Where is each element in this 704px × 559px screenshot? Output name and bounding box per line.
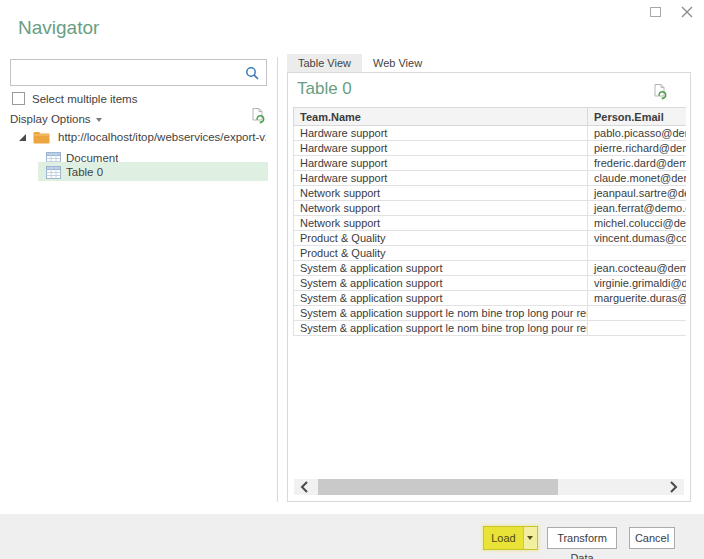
table-row: System & application supportvirginie.gri… — [294, 276, 687, 291]
search-box — [10, 59, 267, 86]
tree-item-label: Table 0 — [66, 166, 103, 178]
table-cell: jean.cocteau@demo. — [588, 261, 687, 276]
transform-data-button[interactable]: Transform Data — [547, 527, 617, 549]
table-row: Network supportmichel.colucci@demo — [294, 216, 687, 231]
select-multiple-checkbox[interactable] — [12, 92, 25, 105]
table-cell: Hardware support — [294, 156, 588, 171]
table-cell: Network support — [294, 186, 588, 201]
table-cell: Product & Quality — [294, 231, 588, 246]
column-header-team-name[interactable]: Team.Name — [294, 108, 588, 126]
preview-table-wrap: Team.Name Person.Email Hardware supportp… — [293, 107, 686, 347]
preview-table: Team.Name Person.Email Hardware supportp… — [293, 107, 686, 336]
table-cell: System & application support — [294, 276, 588, 291]
pane-divider — [277, 57, 278, 502]
search-input[interactable] — [15, 62, 241, 83]
chevron-down-icon — [96, 118, 102, 122]
table-row: Hardware supportpablo.picasso@demo — [294, 126, 687, 141]
table-cell: System & application support — [294, 291, 588, 306]
preview-panel: Table 0 Team.Name Person.Email Hardware … — [287, 72, 691, 502]
close-icon[interactable] — [679, 4, 695, 20]
chevron-down-icon — [527, 536, 533, 540]
table-cell: michel.colucci@demo — [588, 216, 687, 231]
table-cell: System & application support le nom bine… — [294, 306, 588, 321]
horizontal-scrollbar[interactable] — [294, 479, 684, 495]
select-multiple-label: Select multiple items — [32, 93, 137, 105]
preview-tabs: Table View Web View — [287, 54, 433, 73]
load-button[interactable]: Load — [484, 527, 523, 549]
refresh-preview-icon[interactable] — [652, 83, 668, 104]
table-row: Hardware supportclaude.monet@demo — [294, 171, 687, 186]
table-cell: vincent.dumas@com — [588, 231, 687, 246]
table-cell: jeanpaul.sartre@dem — [588, 186, 687, 201]
table-cell: Network support — [294, 201, 588, 216]
table-cell: Network support — [294, 216, 588, 231]
table-cell: Hardware support — [294, 126, 588, 141]
tree-expander-icon[interactable] — [18, 133, 27, 142]
table-row: System & application support le nom bine… — [294, 306, 687, 321]
table-row: Product & Qualityvincent.dumas@com — [294, 231, 687, 246]
table-cell: frederic.dard@demo. — [588, 156, 687, 171]
scroll-left-icon[interactable] — [298, 480, 312, 494]
tree-item-source-url[interactable]: http://localhost/itop/webservices/export… — [0, 128, 268, 147]
table-row: Hardware supportfrederic.dard@demo. — [294, 156, 687, 171]
refresh-icon[interactable] — [250, 107, 266, 128]
table-row: System & application support le nom bine… — [294, 321, 687, 336]
table-cell: pierre.richard@demo — [588, 141, 687, 156]
table-cell — [588, 321, 687, 336]
tab-table-view[interactable]: Table View — [287, 54, 362, 73]
tree-item-label: http://localhost/itop/webservices/export… — [58, 131, 266, 143]
load-split-button[interactable]: Load — [483, 526, 538, 550]
footer-bar: Load Transform Data Cancel — [0, 514, 704, 559]
folder-icon — [33, 131, 50, 144]
table-cell: claude.monet@demo — [588, 171, 687, 186]
table-row: Hardware supportpierre.richard@demo — [294, 141, 687, 156]
table-cell — [588, 246, 687, 261]
table-cell: pablo.picasso@demo — [588, 126, 687, 141]
scroll-right-icon[interactable] — [666, 480, 680, 494]
table-icon — [46, 166, 61, 179]
table-cell — [588, 306, 687, 321]
scrollbar-thumb[interactable] — [318, 479, 558, 495]
table-row: Network supportjean.ferrat@demo.co — [294, 201, 687, 216]
table-row: Product & Quality — [294, 246, 687, 261]
display-options-row: Display Options — [10, 109, 268, 126]
table-row: System & application supportjean.cocteau… — [294, 261, 687, 276]
table-cell: Hardware support — [294, 141, 588, 156]
display-options-dropdown[interactable]: Display Options — [10, 113, 102, 125]
table-cell: jean.ferrat@demo.co — [588, 201, 687, 216]
table-cell: System & application support — [294, 261, 588, 276]
table-cell: virginie.grimaldi@de — [588, 276, 687, 291]
column-header-person-email[interactable]: Person.Email — [588, 108, 687, 126]
table-row: System & application supportmarguerite.d… — [294, 291, 687, 306]
maximize-icon[interactable] — [650, 7, 661, 17]
navigator-dialog: Navigator Select multiple items Display … — [0, 0, 704, 559]
table-cell: Product & Quality — [294, 246, 588, 261]
load-dropdown-button[interactable] — [523, 527, 537, 549]
table-row: Network supportjeanpaul.sartre@dem — [294, 186, 687, 201]
cancel-button[interactable]: Cancel — [629, 527, 675, 549]
preview-title: Table 0 — [297, 79, 352, 99]
table-cell: marguerite.duras@d — [588, 291, 687, 306]
table-header-row: Team.Name Person.Email — [294, 108, 687, 126]
search-icon[interactable] — [244, 65, 260, 81]
table-cell: Hardware support — [294, 171, 588, 186]
table-cell: System & application support le nom bine… — [294, 321, 588, 336]
tree-item-table0[interactable]: Table 0 — [0, 162, 268, 181]
page-title: Navigator — [18, 17, 99, 39]
tab-web-view[interactable]: Web View — [362, 54, 433, 73]
